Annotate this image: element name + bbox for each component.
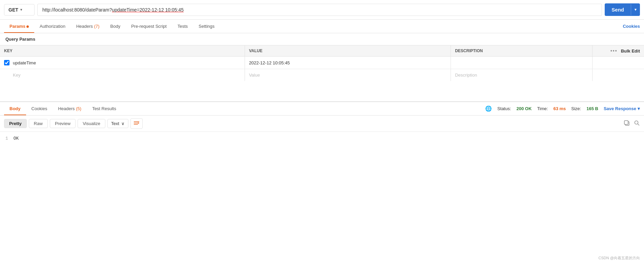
response-tab-test-results[interactable]: Test Results <box>87 102 122 115</box>
description-placeholder[interactable]: Description <box>455 73 477 78</box>
tab-settings[interactable]: Settings <box>193 20 220 33</box>
response-body: 1OK <box>0 132 644 145</box>
description-cell <box>451 57 593 69</box>
params-table-header: KEY VALUE DESCRIPTION ••• Bulk Edit <box>0 45 644 57</box>
response-tabs: Body Cookies Headers (5) Test Results 🌐 … <box>0 102 644 116</box>
status-label: Status: <box>497 106 511 111</box>
param-value[interactable]: 2022-12-12 10:05:45 <box>249 60 290 65</box>
description-placeholder-cell: Description <box>451 69 593 81</box>
value-placeholder-cell: Value <box>245 69 451 81</box>
col-key: KEY <box>0 45 245 57</box>
response-action-icons <box>624 120 640 127</box>
row-actions <box>593 57 644 69</box>
format-pretty-button[interactable]: Pretty <box>4 119 27 128</box>
tab-body[interactable]: Body <box>105 20 126 33</box>
copy-response-button[interactable] <box>624 120 630 127</box>
url-bar: GET ▾ http://localhost:8080/dateParam?up… <box>0 0 644 20</box>
col-actions: ••• Bulk Edit <box>593 45 644 57</box>
response-tab-body[interactable]: Body <box>4 102 26 115</box>
method-selector[interactable]: GET ▾ <box>4 4 35 16</box>
params-dot <box>26 25 29 28</box>
time-value: 63 ms <box>553 106 566 111</box>
response-ok-text: OK <box>14 136 19 141</box>
url-input-display[interactable]: http://localhost:8080/dateParam?updateTi… <box>37 4 602 16</box>
placeholder-actions <box>593 69 644 81</box>
method-chevron-icon: ▾ <box>20 8 22 12</box>
params-table: KEY VALUE DESCRIPTION ••• Bulk Edit <box>0 45 644 81</box>
wrap-lines-icon[interactable] <box>130 118 143 129</box>
format-row: Pretty Raw Preview Visualize Text ∨ <box>0 116 644 132</box>
globe-icon: 🌐 <box>485 105 492 112</box>
status-value: 200 OK <box>517 106 532 111</box>
send-button[interactable]: Send ▾ <box>605 3 640 16</box>
response-tab-headers[interactable]: Headers (5) <box>53 102 87 115</box>
url-param: updateTime=2022-12-12 10:05:45 <box>112 7 184 13</box>
response-section: Body Cookies Headers (5) Test Results 🌐 … <box>0 101 644 145</box>
send-label: Send <box>605 3 631 16</box>
line-number: 1 <box>5 136 8 141</box>
save-response-button[interactable]: Save Response ▾ <box>604 106 640 111</box>
key-placeholder-cell: Key <box>0 69 245 81</box>
format-preview-button[interactable]: Preview <box>50 119 76 128</box>
svg-point-5 <box>635 121 638 124</box>
key-cell: updateTime <box>0 57 245 69</box>
table-row-placeholder: Key Value Description <box>0 69 644 81</box>
save-response-chevron-icon: ▾ <box>638 106 640 111</box>
tab-authorization[interactable]: Authorization <box>34 20 71 33</box>
param-key[interactable]: updateTime <box>13 60 36 65</box>
text-format-chevron-icon: ∨ <box>121 121 125 126</box>
key-placeholder[interactable]: Key <box>13 73 20 78</box>
tab-headers[interactable]: Headers (7) <box>71 20 105 33</box>
table-row: updateTime 2022-12-12 10:05:45 <box>0 57 644 69</box>
text-format-select[interactable]: Text ∨ <box>107 119 128 128</box>
query-params-label: Query Params <box>0 33 644 45</box>
url-plain: http://localhost:8080/dateParam? <box>42 7 112 13</box>
param-checkbox[interactable] <box>4 60 9 65</box>
time-label: Time: <box>537 106 548 111</box>
bulk-edit-button[interactable]: Bulk Edit <box>621 48 640 54</box>
spacer <box>0 81 644 101</box>
format-raw-button[interactable]: Raw <box>29 119 48 128</box>
search-response-button[interactable] <box>634 120 640 127</box>
col-value: VALUE <box>245 45 451 57</box>
text-format-label: Text <box>111 121 119 126</box>
format-visualize-button[interactable]: Visualize <box>78 119 105 128</box>
response-meta: 🌐 Status: 200 OK Time: 63 ms Size: 165 B… <box>485 105 640 112</box>
size-value: 165 B <box>586 106 598 111</box>
tab-tests[interactable]: Tests <box>172 20 193 33</box>
request-tabs: Params Authorization Headers (7) Body Pr… <box>0 20 644 33</box>
size-label: Size: <box>571 106 581 111</box>
col-description: DESCRIPTION <box>451 45 593 57</box>
query-params-section: Query Params KEY VALUE DESCRIPTION ••• B… <box>0 33 644 81</box>
response-tab-cookies[interactable]: Cookies <box>26 102 53 115</box>
svg-line-6 <box>638 124 640 125</box>
tab-params[interactable]: Params <box>4 20 34 33</box>
more-options-icon[interactable]: ••• <box>610 48 618 54</box>
send-dropdown-icon[interactable]: ▾ <box>631 4 640 15</box>
value-cell: 2022-12-12 10:05:45 <box>245 57 451 69</box>
svg-rect-4 <box>624 121 628 124</box>
tab-prerequest[interactable]: Pre-request Script <box>126 20 172 33</box>
cookies-link[interactable]: Cookies <box>623 20 640 33</box>
method-label: GET <box>8 7 18 13</box>
value-placeholder[interactable]: Value <box>249 73 260 78</box>
